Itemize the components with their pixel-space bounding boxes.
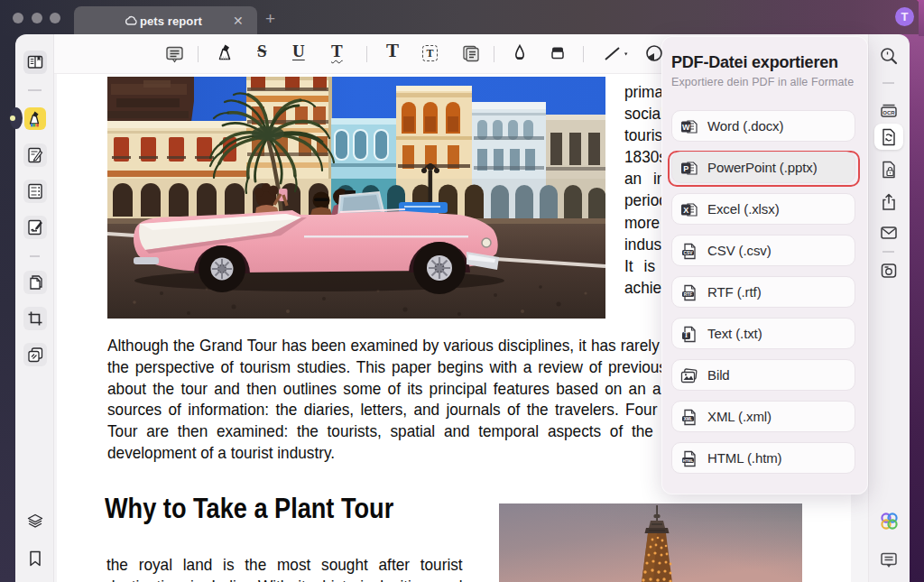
svg-text:P: P [683,164,688,173]
svg-text:HTML: HTML [683,458,694,463]
svg-text:T: T [684,332,688,340]
svg-text:RTF: RTF [684,292,692,297]
svg-text:XML: XML [684,417,693,421]
svg-text:CSV: CSV [684,251,694,255]
svg-text:OCR: OCR [882,110,895,115]
svg-text:X: X [683,206,688,215]
svg-text:W: W [682,123,690,132]
